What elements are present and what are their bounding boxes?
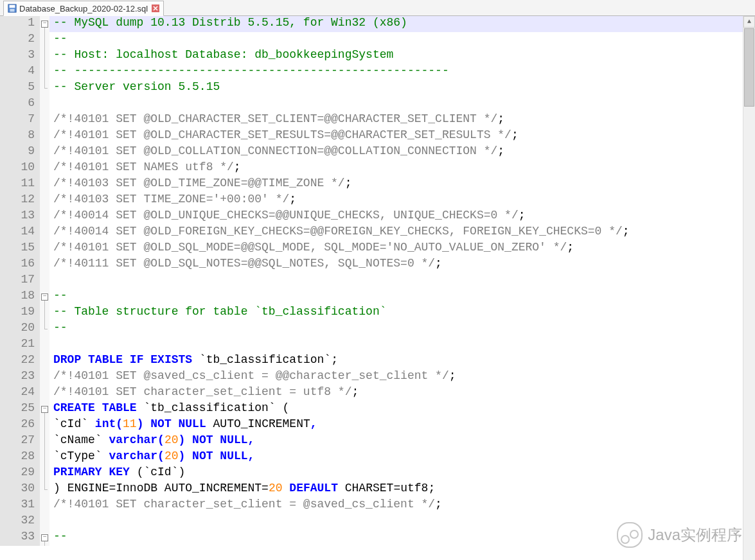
code-text[interactable]: /*!40101 SET character_set_client = utf8… bbox=[49, 385, 743, 401]
line-number: 32 bbox=[0, 514, 40, 530]
code-line[interactable]: 17 bbox=[0, 273, 743, 289]
file-tab[interactable]: Database_Backup_2020-02-12.sql bbox=[3, 1, 164, 16]
code-text[interactable]: `cId` int(11) NOT NULL AUTO_INCREMENT, bbox=[49, 417, 743, 433]
code-text[interactable]: `cName` varchar(20) NOT NULL, bbox=[49, 433, 743, 450]
fold-gutter[interactable]: − bbox=[40, 401, 49, 417]
fold-gutter bbox=[40, 257, 49, 273]
code-text[interactable]: DROP TABLE IF EXISTS `tb_classification`… bbox=[49, 353, 743, 369]
line-number: 28 bbox=[0, 450, 40, 466]
code-text[interactable]: -- bbox=[49, 32, 743, 48]
line-number: 20 bbox=[0, 321, 40, 337]
code-text[interactable] bbox=[49, 337, 743, 353]
code-line[interactable]: 2-- bbox=[0, 32, 743, 48]
code-line[interactable]: 25−CREATE TABLE `tb_classification` ( bbox=[0, 401, 743, 417]
fold-gutter bbox=[40, 112, 49, 128]
code-line[interactable]: 7/*!40101 SET @OLD_CHARACTER_SET_CLIENT=… bbox=[0, 112, 743, 128]
code-line[interactable]: 16/*!40111 SET @OLD_SQL_NOTES=@@SQL_NOTE… bbox=[0, 257, 743, 273]
code-text[interactable]: /*!40111 SET @OLD_SQL_NOTES=@@SQL_NOTES,… bbox=[49, 257, 743, 273]
code-line[interactable]: 23/*!40101 SET @saved_cs_client = @@char… bbox=[0, 369, 743, 385]
code-text[interactable]: /*!40014 SET @OLD_UNIQUE_CHECKS=@@UNIQUE… bbox=[49, 209, 743, 225]
code-line[interactable]: 22DROP TABLE IF EXISTS `tb_classificatio… bbox=[0, 353, 743, 369]
fold-gutter bbox=[40, 177, 49, 193]
line-number: 16 bbox=[0, 257, 40, 273]
code-text[interactable]: PRIMARY KEY (`cId`) bbox=[49, 466, 743, 482]
fold-minus-icon[interactable]: − bbox=[41, 293, 48, 301]
fold-gutter bbox=[40, 161, 49, 177]
fold-gutter[interactable]: − bbox=[40, 16, 49, 32]
scroll-up-button[interactable]: ▲ bbox=[743, 16, 755, 28]
code-text[interactable]: -- MySQL dump 10.13 Distrib 5.5.15, for … bbox=[49, 16, 743, 32]
line-number: 12 bbox=[0, 193, 40, 209]
tab-bar: Database_Backup_2020-02-12.sql bbox=[0, 0, 755, 16]
code-text[interactable]: /*!40101 SET NAMES utf8 */; bbox=[49, 161, 743, 177]
fold-gutter bbox=[40, 48, 49, 64]
code-text[interactable]: -- Table structure for table `tb_classif… bbox=[49, 305, 743, 321]
code-line[interactable]: 19-- Table structure for table `tb_class… bbox=[0, 305, 743, 321]
save-icon bbox=[8, 4, 17, 13]
code-text[interactable]: -- Host: localhost Database: db_bookkeep… bbox=[49, 48, 743, 64]
code-text[interactable]: -- bbox=[49, 289, 743, 305]
fold-gutter bbox=[40, 482, 49, 498]
code-text[interactable]: /*!40103 SET @OLD_TIME_ZONE=@@TIME_ZONE … bbox=[49, 177, 743, 193]
code-line[interactable]: 15/*!40101 SET @OLD_SQL_MODE=@@SQL_MODE,… bbox=[0, 241, 743, 257]
code-text[interactable] bbox=[49, 96, 743, 112]
code-line[interactable]: 10/*!40101 SET NAMES utf8 */; bbox=[0, 161, 743, 177]
fold-gutter[interactable]: − bbox=[40, 289, 49, 305]
code-text[interactable]: /*!40101 SET @OLD_CHARACTER_SET_RESULTS=… bbox=[49, 128, 743, 144]
fold-gutter[interactable]: − bbox=[40, 530, 49, 546]
code-text[interactable] bbox=[49, 273, 743, 289]
fold-gutter bbox=[40, 64, 49, 80]
code-line[interactable]: 28 `cType` varchar(20) NOT NULL, bbox=[0, 450, 743, 466]
code-text[interactable]: /*!40103 SET TIME_ZONE='+00:00' */; bbox=[49, 193, 743, 209]
line-number: 1 bbox=[0, 16, 40, 32]
code-line[interactable]: 21 bbox=[0, 337, 743, 353]
code-line[interactable]: 20-- bbox=[0, 321, 743, 337]
code-line[interactable]: 27 `cName` varchar(20) NOT NULL, bbox=[0, 433, 743, 450]
close-icon[interactable] bbox=[152, 4, 159, 12]
fold-gutter bbox=[40, 241, 49, 257]
code-line[interactable]: 14/*!40014 SET @OLD_FOREIGN_KEY_CHECKS=@… bbox=[0, 225, 743, 241]
code-text[interactable]: -- bbox=[49, 321, 743, 337]
line-number: 19 bbox=[0, 305, 40, 321]
code-line[interactable]: 30) ENGINE=InnoDB AUTO_INCREMENT=20 DEFA… bbox=[0, 482, 743, 498]
code-line[interactable]: 11/*!40103 SET @OLD_TIME_ZONE=@@TIME_ZON… bbox=[0, 177, 743, 193]
code-text[interactable]: `cType` varchar(20) NOT NULL, bbox=[49, 450, 743, 466]
code-line[interactable]: 31/*!40101 SET character_set_client = @s… bbox=[0, 498, 743, 514]
code-line[interactable]: 3-- Host: localhost Database: db_bookkee… bbox=[0, 48, 743, 64]
scroll-thumb[interactable] bbox=[744, 28, 754, 107]
code-text[interactable]: CREATE TABLE `tb_classification` ( bbox=[49, 401, 743, 417]
code-line[interactable]: 5-- Server version 5.5.15 bbox=[0, 80, 743, 96]
code-text[interactable]: /*!40101 SET character_set_client = @sav… bbox=[49, 498, 743, 514]
code-line[interactable]: 24/*!40101 SET character_set_client = ut… bbox=[0, 385, 743, 401]
code-line[interactable]: 8/*!40101 SET @OLD_CHARACTER_SET_RESULTS… bbox=[0, 128, 743, 144]
code-text[interactable]: /*!40014 SET @OLD_FOREIGN_KEY_CHECKS=@@F… bbox=[49, 225, 743, 241]
code-text[interactable]: /*!40101 SET @OLD_SQL_MODE=@@SQL_MODE, S… bbox=[49, 241, 743, 257]
fold-minus-icon[interactable]: − bbox=[41, 534, 48, 541]
code-text[interactable]: ) ENGINE=InnoDB AUTO_INCREMENT=20 DEFAUL… bbox=[49, 482, 743, 498]
code-line[interactable]: 13/*!40014 SET @OLD_UNIQUE_CHECKS=@@UNIQ… bbox=[0, 209, 743, 225]
code-text[interactable]: /*!40101 SET @saved_cs_client = @@charac… bbox=[49, 369, 743, 385]
code-line[interactable]: 9/*!40101 SET @OLD_COLLATION_CONNECTION=… bbox=[0, 144, 743, 161]
line-number: 24 bbox=[0, 385, 40, 401]
vertical-scrollbar[interactable]: ▲ bbox=[743, 16, 755, 560]
code-text[interactable]: -- -------------------------------------… bbox=[49, 64, 743, 80]
code-line[interactable]: 26 `cId` int(11) NOT NULL AUTO_INCREMENT… bbox=[0, 417, 743, 433]
fold-gutter bbox=[40, 193, 49, 209]
fold-gutter bbox=[40, 96, 49, 112]
code-line[interactable]: 18−-- bbox=[0, 289, 743, 305]
fold-gutter bbox=[40, 498, 49, 514]
fold-minus-icon[interactable]: − bbox=[41, 21, 48, 28]
line-number: 31 bbox=[0, 498, 40, 514]
code-line[interactable]: 29 PRIMARY KEY (`cId`) bbox=[0, 466, 743, 482]
code-line[interactable]: 1−-- MySQL dump 10.13 Distrib 5.5.15, fo… bbox=[0, 16, 743, 32]
code-line[interactable]: 6 bbox=[0, 96, 743, 112]
code-text[interactable]: /*!40101 SET @OLD_CHARACTER_SET_CLIENT=@… bbox=[49, 112, 743, 128]
code-line[interactable]: 4-- ------------------------------------… bbox=[0, 64, 743, 80]
fold-minus-icon[interactable]: − bbox=[41, 406, 48, 413]
line-number: 4 bbox=[0, 64, 40, 80]
code-line[interactable]: 12/*!40103 SET TIME_ZONE='+00:00' */; bbox=[0, 193, 743, 209]
code-text[interactable]: /*!40101 SET @OLD_COLLATION_CONNECTION=@… bbox=[49, 144, 743, 161]
tab-filename: Database_Backup_2020-02-12.sql bbox=[19, 4, 148, 13]
code-editor[interactable]: 1−-- MySQL dump 10.13 Distrib 5.5.15, fo… bbox=[0, 16, 755, 560]
code-text[interactable]: -- Server version 5.5.15 bbox=[49, 80, 743, 96]
